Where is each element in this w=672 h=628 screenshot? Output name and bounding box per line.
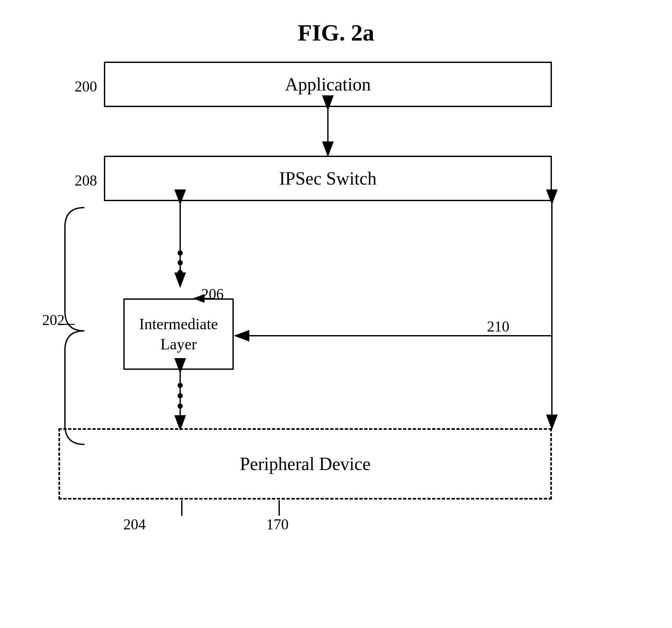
label-206: 206 (201, 285, 224, 303)
svg-point-4 (177, 250, 183, 256)
peripheral-device-box: Peripheral Device (58, 428, 552, 500)
svg-point-6 (177, 270, 183, 275)
intermediate-layer-box: IntermediateLayer (123, 298, 234, 370)
ipsec-switch-box: IPSec Switch (104, 156, 552, 201)
label-200: 200 (75, 78, 97, 95)
label-210: 210 (487, 318, 509, 335)
application-box: Application (104, 61, 552, 107)
label-202: 202 (42, 311, 65, 329)
label-208: 208 (75, 172, 97, 189)
svg-point-10 (177, 404, 183, 409)
label-204: 204 (123, 516, 146, 533)
svg-point-5 (177, 260, 183, 265)
figure-title: FIG. 2a (298, 20, 374, 46)
diagram-container: FIG. 2a Application IPSec Switch Interme… (0, 0, 672, 628)
svg-point-8 (177, 383, 183, 388)
label-170: 170 (266, 516, 289, 533)
svg-point-9 (177, 393, 183, 398)
